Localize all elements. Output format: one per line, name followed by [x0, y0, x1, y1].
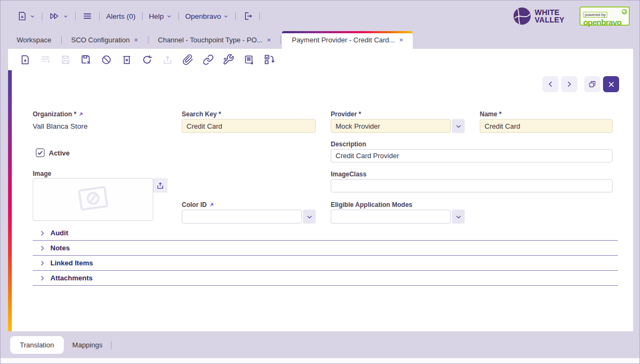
logout-button[interactable] [242, 11, 253, 21]
link-out-icon[interactable] [78, 112, 84, 117]
child-tab-translation[interactable]: Translation [10, 336, 64, 354]
chevron-right-icon [39, 260, 46, 266]
chevron-down-icon [63, 13, 69, 19]
tab-label: Payment Provider - Credit Card... [292, 36, 395, 44]
tab-channel-touchpoint-type[interactable]: Channel - Touchpoint Type - PO... × [150, 31, 280, 49]
tools-icon[interactable] [222, 54, 234, 65]
color-id-input[interactable] [182, 210, 302, 224]
section-label: Notes [50, 244, 70, 252]
openbravo-swirl-icon [622, 9, 627, 14]
disable-record-icon[interactable] [100, 54, 112, 65]
provider-select[interactable] [331, 119, 465, 133]
tab-payment-provider-active[interactable]: Payment Provider - Credit Card... × [282, 31, 413, 49]
restore-window-button[interactable] [584, 76, 600, 92]
section-label: Audit [50, 229, 68, 237]
eligible-modes-dropdown-button[interactable] [452, 210, 465, 224]
chevron-right-icon [39, 275, 46, 281]
delete-record-icon[interactable] [121, 54, 132, 65]
section-linked-items[interactable]: Linked Items [33, 256, 618, 271]
child-tab-mappings[interactable]: Mappings [64, 336, 110, 354]
provider-dropdown-button[interactable] [452, 119, 465, 133]
menu-divider [142, 12, 143, 20]
child-tab-bar: Translation Mappings [10, 336, 111, 354]
undo-changes-icon[interactable] [80, 54, 92, 65]
child-tab-label: Translation [20, 341, 54, 349]
close-tab-icon[interactable]: × [134, 36, 138, 43]
tab-sco-configuration[interactable]: SCO Configuration × [63, 31, 147, 49]
switch-view-icon[interactable] [263, 54, 275, 65]
imageclass-label: ImageClass [331, 170, 367, 178]
quick-launch-button[interactable] [49, 11, 69, 21]
color-id-label: Color ID [182, 201, 214, 209]
eligible-application-modes-input[interactable] [331, 210, 451, 224]
description-label: Description [331, 140, 366, 148]
chevron-down-icon [455, 213, 462, 220]
section-notes[interactable]: Notes [33, 241, 618, 256]
logo-text-line2: VALLEY [535, 16, 564, 24]
chevron-down-icon [455, 123, 462, 130]
imageclass-input[interactable] [331, 179, 613, 192]
checkmark-icon [37, 150, 43, 156]
white-valley-logo-icon [512, 6, 532, 26]
image-label: Image [33, 170, 51, 177]
organization-value: Vall Blanca Store [33, 122, 88, 130]
restore-window-icon [588, 80, 597, 88]
powered-by-openbravo-badge: powered by openbravo [579, 6, 630, 26]
eligible-application-modes-label: Eligible Application Modes [331, 201, 412, 209]
links-icon[interactable] [202, 54, 214, 65]
provider-input[interactable] [331, 119, 451, 133]
active-checkbox[interactable] [36, 148, 44, 157]
grid-view-icon[interactable] [243, 54, 255, 65]
application-window: Alerts (0) Help Openbravo [0, 0, 640, 364]
tab-divider [61, 36, 62, 44]
menu-divider [178, 12, 179, 20]
search-key-input[interactable] [182, 119, 316, 133]
description-input[interactable] [331, 149, 613, 162]
next-record-button[interactable] [561, 76, 577, 92]
logo-text-line1: WHITE [535, 9, 564, 16]
section-audit[interactable]: Audit [33, 226, 618, 241]
link-out-icon[interactable] [209, 202, 214, 207]
new-record-icon[interactable] [19, 54, 31, 65]
name-input[interactable] [480, 119, 613, 133]
upload-image-button[interactable] [153, 179, 167, 192]
powered-by-label: powered by [583, 12, 607, 18]
chevron-left-icon [547, 80, 554, 88]
window-accent-gradient-bar [8, 70, 12, 331]
tab-divider [148, 36, 148, 44]
hamburger-menu-icon [82, 11, 93, 21]
previous-record-button[interactable] [542, 76, 559, 92]
help-menu-item[interactable]: Help [149, 12, 172, 20]
alerts-label: Alerts (0) [106, 12, 136, 20]
new-menu-button[interactable] [17, 11, 35, 21]
menu-divider [235, 12, 236, 20]
close-tab-icon[interactable]: × [267, 36, 271, 43]
search-key-label: Search Key * [182, 110, 221, 118]
chevron-down-icon [223, 13, 229, 19]
image-placeholder[interactable] [33, 178, 153, 221]
user-menu-item[interactable]: Openbravo [185, 12, 229, 20]
attachments-icon[interactable] [182, 54, 194, 65]
eligible-application-modes-select[interactable] [331, 210, 465, 224]
name-label: Name * [480, 110, 502, 118]
color-id-dropdown-button[interactable] [303, 210, 316, 224]
close-view-button[interactable] [603, 76, 619, 92]
tab-label: SCO Configuration [71, 36, 130, 44]
new-document-icon [17, 11, 27, 21]
tab-workspace[interactable]: Workspace [8, 31, 60, 49]
color-id-select[interactable] [182, 210, 316, 224]
record-form-panel: Organization * Vall Blanca Store Search … [8, 49, 633, 331]
main-menu-button[interactable] [82, 11, 93, 21]
company-logo: WHITE VALLEY [512, 6, 564, 26]
openbravo-wordmark: openbravo [583, 18, 626, 26]
close-tab-icon[interactable]: × [399, 36, 404, 43]
section-attachments[interactable]: Attachments [33, 271, 618, 286]
alerts-menu-item[interactable]: Alerts (0) [106, 12, 136, 20]
save-icon [59, 54, 71, 65]
tab-divider [280, 36, 281, 44]
refresh-icon[interactable] [141, 54, 153, 65]
fast-forward-icon [49, 11, 61, 21]
close-icon [607, 80, 615, 88]
active-checkbox-row[interactable]: Active [36, 148, 70, 157]
child-tab-divider [111, 341, 111, 349]
